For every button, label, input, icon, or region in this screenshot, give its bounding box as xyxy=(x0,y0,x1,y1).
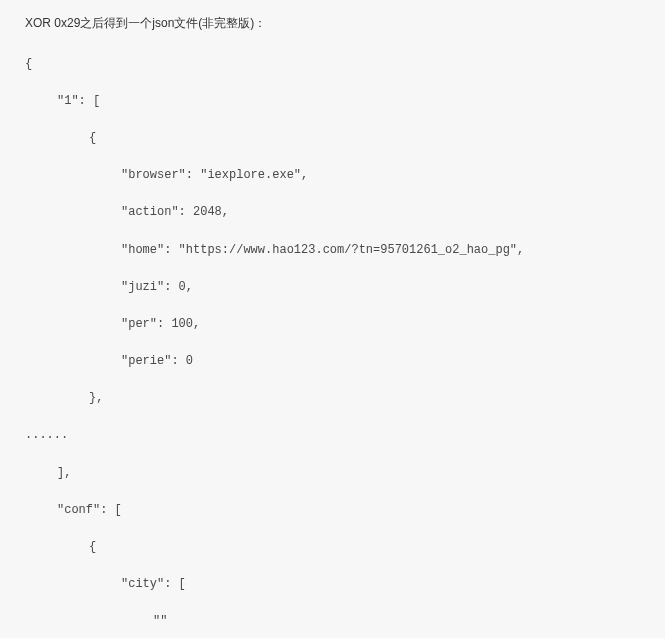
code-line: ], xyxy=(25,464,640,483)
code-line: "browser": "iexplore.exe", xyxy=(25,166,640,185)
code-line: { xyxy=(25,538,640,557)
json-code-block: { "1": [ { "browser": "iexplore.exe", "a… xyxy=(25,36,640,638)
code-line: }, xyxy=(25,389,640,408)
code-line: "1": [ xyxy=(25,92,640,111)
code-line: "" xyxy=(25,612,640,631)
code-line: "conf": [ xyxy=(25,501,640,520)
code-line: "juzi": 0, xyxy=(25,278,640,297)
code-line: "home": "https://www.hao123.com/?tn=9570… xyxy=(25,241,640,260)
code-line: "per": 100, xyxy=(25,315,640,334)
code-line: "action": 2048, xyxy=(25,203,640,222)
code-line: "perie": 0 xyxy=(25,352,640,371)
code-line: ...... xyxy=(25,426,640,445)
code-line: { xyxy=(25,129,640,148)
code-line: { xyxy=(25,55,640,74)
code-line: "city": [ xyxy=(25,575,640,594)
document-title: XOR 0x29之后得到一个json文件(非完整版)： xyxy=(25,15,640,32)
